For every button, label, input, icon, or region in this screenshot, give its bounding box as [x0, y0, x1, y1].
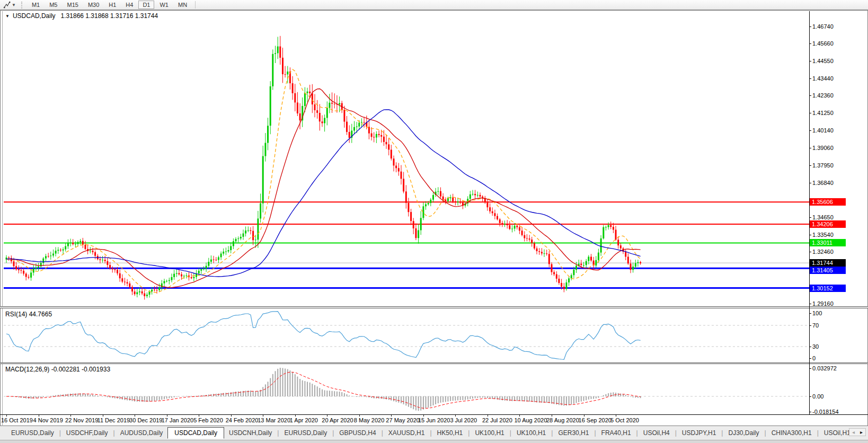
toolbar-grip[interactable] — [21, 2, 24, 8]
tab-scroll-left-icon[interactable]: ◂ — [849, 429, 857, 436]
time-axis-label: 10 Aug 2020 — [514, 417, 547, 423]
time-axis-label: 15 Jun 2020 — [418, 417, 450, 423]
candles-layer — [6, 36, 642, 300]
price-axis-tick — [809, 95, 811, 96]
price-axis-tick — [809, 26, 811, 27]
tab-separator: | — [675, 429, 677, 437]
timeframe-button-m30[interactable]: M30 — [84, 1, 103, 9]
chart-tab-fra40-h1[interactable]: FRA40,H1 — [597, 428, 636, 438]
price-axis-tick — [809, 130, 811, 131]
macd-axis-tick — [809, 412, 811, 412]
time-axis-label: 27 May 2020 — [386, 417, 420, 423]
price-axis-label: 1.42360 — [812, 92, 834, 99]
time-axis-tick — [616, 414, 616, 417]
tab-scroll-right-icon[interactable]: ▸ — [857, 429, 865, 436]
chart-tab-xauusd-h1[interactable]: XAUUSD,H1 — [384, 428, 430, 438]
line-studies-button[interactable]: ▼ — [2, 1, 17, 9]
chart-tab-usdcad-daily[interactable]: USDCAD,Daily — [167, 427, 224, 439]
time-axis-label: 5 Feb 2020 — [193, 417, 223, 423]
macd-axis-label: 0.032972 — [812, 365, 837, 371]
time-axis-label: 17 Jan 2020 — [162, 417, 194, 423]
timeframe-button-m15[interactable]: M15 — [63, 1, 82, 9]
time-axis-tick — [359, 414, 360, 417]
price-axis-label: 1.36840 — [812, 180, 834, 186]
rsi-axis-tick — [809, 347, 811, 347]
rsi-axis-label: 0 — [812, 355, 816, 361]
timeframe-button-m1[interactable]: M1 — [28, 1, 44, 9]
chart-tab-gbpusd-h4[interactable]: GBPUSD,H4 — [334, 428, 380, 438]
time-axis-tick — [519, 414, 520, 417]
timeframe-button-d1[interactable]: D1 — [138, 1, 154, 9]
chart-tab-usdchf-daily[interactable]: USDCHF,Daily — [61, 428, 113, 438]
chart-tab-usoil-h4[interactable]: USOil,H4 — [639, 428, 675, 438]
rsi-axis-tick — [809, 325, 811, 326]
chart-tab-ger30-h1[interactable]: GER30,H1 — [553, 428, 594, 438]
chart-title-bar: ▼ USDCAD,Daily 1.31866 1.31868 1.31716 1… — [5, 12, 158, 20]
chart-tab-dj30-daily[interactable]: DJ30,Daily — [723, 428, 764, 438]
macd-axis-label: 0.00 — [812, 393, 823, 400]
time-axis-tick — [167, 414, 167, 417]
timeframe-button-mn[interactable]: MN — [174, 1, 191, 9]
macd-canvas[interactable] — [4, 364, 809, 414]
price-axis-label: 1.32460 — [812, 249, 834, 255]
price-axis-tick — [809, 235, 811, 235]
time-axis-label: 1 Apr 2020 — [290, 417, 318, 423]
chart-tab-eurusd-daily[interactable]: EURUSD,Daily — [6, 428, 59, 438]
tab-separator: | — [510, 429, 511, 437]
price-axis-tick — [809, 78, 811, 79]
toolbar-separator — [195, 1, 196, 8]
chart-tab-china300-h1[interactable]: CHINA300,H1 — [767, 428, 817, 438]
price-level-label: 1.31405 — [810, 267, 846, 274]
timeframe-button-h4[interactable]: H4 — [121, 1, 137, 9]
tab-separator: | — [332, 429, 334, 437]
time-axis-label: 24 Feb 2020 — [226, 417, 259, 423]
price-axis-label: 1.39060 — [812, 145, 834, 151]
chart-tab-uk100-h1[interactable]: UK100,H1 — [512, 428, 551, 438]
timeframe-toolbar: ▼ M1M5M15M30H1H4D1W1MN — [0, 0, 868, 10]
time-axis-label: 4 Nov 2019 — [33, 417, 63, 423]
tab-separator: | — [817, 429, 819, 437]
price-axis-label: 1.34650 — [812, 214, 834, 220]
price-level-label: 1.31744 — [810, 259, 846, 267]
time-axis-label: 8 May 2020 — [354, 417, 384, 423]
rsi-canvas[interactable] — [4, 308, 809, 362]
time-axis-tick — [455, 414, 456, 417]
time-axis-tick — [263, 414, 263, 417]
time-axis-label: 28 Aug 2020 — [546, 417, 579, 423]
rsi-axis-label: 100 — [812, 310, 822, 316]
timeframe-button-h1[interactable]: H1 — [104, 1, 120, 9]
price-axis-label: 1.46740 — [812, 23, 834, 30]
rsi-level-lines — [4, 325, 809, 347]
time-axis-tick — [6, 414, 7, 417]
tab-separator: | — [765, 429, 766, 437]
chart-tab-eurusd-daily[interactable]: EURUSD,Daily — [279, 428, 332, 438]
chart-tab-audusd-daily[interactable]: AUDUSD,Daily — [116, 428, 168, 438]
price-axis-label: 1.45660 — [812, 40, 834, 47]
dropdown-arrow-icon: ▼ — [12, 3, 16, 7]
time-axis-label: 16 Oct 2019 — [1, 417, 33, 423]
time-axis-tick — [584, 414, 584, 417]
timeframe-button-m5[interactable]: M5 — [45, 1, 61, 9]
chart-tab-hk50-h1[interactable]: HK50,H1 — [432, 428, 468, 438]
time-axis-tick — [103, 414, 103, 417]
price-axis-tick — [809, 43, 811, 44]
window-menu-icon[interactable]: ▼ — [5, 14, 10, 19]
rsi-axis-label: 30 — [812, 343, 819, 350]
timeframe-button-w1[interactable]: W1 — [155, 1, 173, 9]
time-axis-label: 30 Dec 2019 — [129, 417, 162, 423]
chart-tab-usdcnh-daily[interactable]: USDCNH,Daily — [224, 428, 277, 438]
tab-scroll-arrows: ◂ ▸ — [849, 428, 866, 436]
tab-separator: | — [551, 429, 553, 437]
price-chart-canvas[interactable] — [4, 21, 809, 306]
rsi-line — [6, 312, 641, 360]
chart-tab-uk100-h1[interactable]: UK100,H1 — [470, 428, 509, 438]
chart-tab-usdjpy-h1[interactable]: USDJPY,H1 — [677, 428, 721, 438]
chart-ohlc-values: 1.31866 1.31868 1.31716 1.31744 — [61, 12, 158, 20]
chart-tab-bar: EURUSD,Daily|USDCHF,Daily|AUDUSD,DailyUS… — [0, 426, 868, 440]
time-axis-tick — [39, 414, 39, 417]
price-axis-line — [809, 11, 810, 414]
macd-axis-label: -0.018154 — [812, 409, 839, 415]
time-axis-line — [0, 414, 868, 415]
horizontal-level-lines[interactable] — [4, 202, 809, 288]
time-axis-tick — [70, 414, 71, 417]
